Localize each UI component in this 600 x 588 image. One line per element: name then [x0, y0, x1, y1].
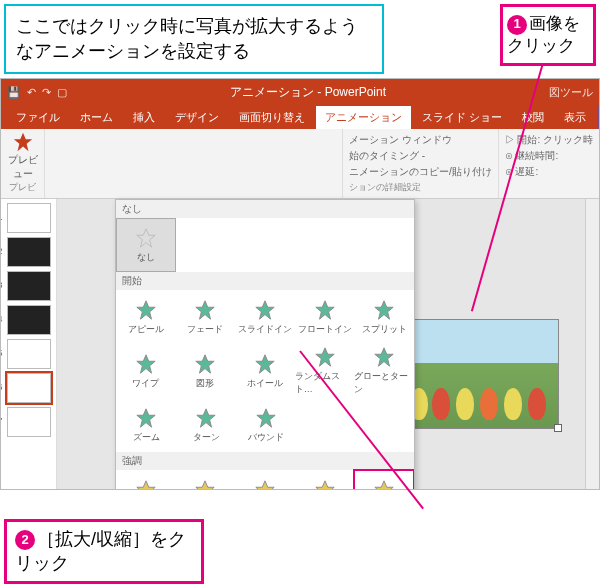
svg-marker-3 [196, 300, 214, 318]
slide-thumb-3[interactable]: 3 [7, 271, 51, 301]
gallery-item-label: ターン [193, 431, 220, 444]
gallery-item-label: バウンド [248, 431, 284, 444]
contextual-tab-label: 図ツール [549, 85, 593, 100]
quick-access-toolbar: 💾 ↶ ↷ ▢ [7, 86, 67, 99]
window-title: アニメーション - PowerPoint [67, 84, 549, 101]
tab-slideshow[interactable]: スライド ショー [413, 106, 511, 129]
undo-icon[interactable]: ↶ [27, 86, 36, 99]
slide-thumb-4[interactable]: 4 [7, 305, 51, 335]
slide-thumb-2[interactable]: 2 [7, 237, 51, 267]
gallery-item[interactable]: スピン [295, 470, 355, 490]
window-titlebar: 💾 ↶ ↷ ▢ アニメーション - PowerPoint 図ツール [1, 79, 599, 105]
timing-delay-row[interactable]: ⊙ 遅延: [505, 165, 593, 179]
gallery-item-label: フロートイン [298, 323, 352, 336]
redo-icon[interactable]: ↷ [42, 86, 51, 99]
trigger-button[interactable]: 始のタイミング - [349, 149, 492, 163]
svg-marker-13 [197, 408, 215, 426]
ribbon-tabs: ファイル ホーム 挿入 デザイン 画面切り替え アニメーション スライド ショー… [1, 105, 599, 129]
svg-marker-9 [256, 354, 274, 372]
star-icon [135, 479, 157, 491]
svg-marker-1 [137, 228, 155, 246]
animation-gallery: なし なし 開始 アピールフェードスライドインフロートインスプリットワイプ図形ホ… [115, 199, 415, 490]
gallery-item-label: ワイプ [132, 377, 159, 390]
tab-view[interactable]: 表示 [555, 106, 595, 129]
slide-thumb-5[interactable]: 5 [7, 339, 51, 369]
gallery-item[interactable]: グローとターン [354, 344, 414, 398]
slide-thumb-6[interactable]: 6 [7, 373, 51, 403]
preview-label: プレビュー [5, 153, 40, 181]
ribbon-group-animation [45, 129, 343, 198]
gallery-item[interactable]: ランダムスト… [295, 344, 355, 398]
slide-thumbnail-panel: 1 2 3 4 5 6 7 [1, 199, 57, 489]
gallery-item[interactable]: スプリット [354, 290, 414, 344]
gallery-item-none[interactable]: なし [116, 218, 176, 272]
svg-marker-10 [315, 348, 333, 366]
gallery-item[interactable]: パルス [116, 470, 176, 490]
star-icon [254, 479, 276, 491]
gallery-item[interactable]: ホイール [235, 344, 295, 398]
description-text: ここではクリック時に写真が拡大するようなアニメーションを設定する [16, 16, 358, 61]
gallery-item[interactable]: アピール [116, 290, 176, 344]
callout-step-1: 1画像をクリック [500, 4, 596, 66]
gallery-item-label: アピール [128, 323, 164, 336]
svg-marker-12 [137, 408, 155, 426]
gallery-item[interactable]: スライドイン [235, 290, 295, 344]
step2-badge: 2 [15, 530, 35, 550]
star-icon [195, 407, 217, 429]
gallery-item[interactable]: バウンド [236, 398, 296, 452]
star-icon [314, 479, 336, 491]
slide-thumb-1[interactable]: 1 [7, 203, 51, 233]
step1-badge: 1 [507, 15, 527, 35]
star-icon [255, 407, 277, 429]
svg-marker-16 [196, 480, 214, 490]
slide-thumb-7[interactable]: 7 [7, 407, 51, 437]
svg-marker-19 [375, 480, 393, 490]
star-icon [254, 299, 276, 321]
star-icon [373, 346, 395, 368]
gallery-item-label: スライドイン [238, 323, 292, 336]
svg-marker-11 [375, 348, 393, 366]
vertical-scrollbar[interactable] [585, 199, 599, 489]
callout-description: ここではクリック時に写真が拡大するようなアニメーションを設定する [4, 4, 384, 74]
gallery-item[interactable]: フェード [176, 290, 236, 344]
preview-icon[interactable] [12, 131, 34, 153]
save-icon[interactable]: 💾 [7, 86, 21, 99]
svg-marker-18 [315, 480, 333, 490]
ribbon-group-advanced: メーション ウィンドウ 始のタイミング - ニメーションのコピー/貼り付け ショ… [343, 129, 498, 198]
none-icon [135, 227, 157, 249]
svg-marker-8 [196, 354, 214, 372]
animation-pane-button[interactable]: メーション ウィンドウ [349, 133, 492, 147]
star-icon [135, 407, 157, 429]
tab-animations[interactable]: アニメーション [316, 106, 411, 129]
tab-insert[interactable]: 挿入 [124, 106, 164, 129]
tab-file[interactable]: ファイル [7, 106, 69, 129]
gallery-section-entrance: 開始 [116, 272, 414, 290]
svg-marker-5 [315, 300, 333, 318]
gallery-item[interactable]: シーソー [235, 470, 295, 490]
svg-marker-0 [13, 133, 31, 151]
step2-text: ［拡大/収縮］をクリック [15, 529, 186, 572]
star-icon [314, 299, 336, 321]
tab-design[interactable]: デザイン [166, 106, 228, 129]
gallery-item-label: グローとターン [354, 370, 414, 396]
svg-marker-17 [256, 480, 274, 490]
tab-transitions[interactable]: 画面切り替え [230, 106, 314, 129]
gallery-item[interactable]: 図形 [176, 344, 236, 398]
gallery-item[interactable]: ズーム [116, 398, 176, 452]
tab-home[interactable]: ホーム [71, 106, 122, 129]
work-area: 1 2 3 4 5 6 7 なし [1, 199, 599, 489]
svg-marker-7 [137, 354, 155, 372]
callout-step-2: 2［拡大/収縮］をクリック [4, 519, 204, 584]
gallery-item[interactable]: カラー パルス [176, 470, 236, 490]
gallery-item[interactable]: ターン [176, 398, 236, 452]
star-icon [194, 353, 216, 375]
slideshow-icon[interactable]: ▢ [57, 86, 67, 99]
selected-image[interactable] [399, 319, 559, 429]
tab-review[interactable]: 校閲 [513, 106, 553, 129]
animation-painter-button[interactable]: ニメーションのコピー/貼り付け [349, 165, 492, 179]
svg-marker-15 [137, 480, 155, 490]
svg-marker-14 [257, 408, 275, 426]
gallery-item[interactable]: ワイプ [116, 344, 176, 398]
gallery-item-label: スプリット [362, 323, 407, 336]
gallery-item[interactable]: フロートイン [295, 290, 355, 344]
